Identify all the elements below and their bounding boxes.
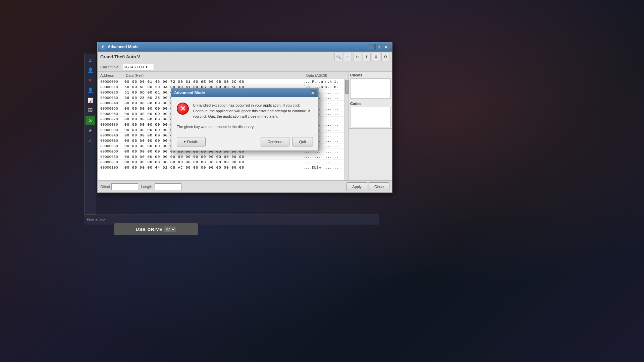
offset-input[interactable] <box>111 183 138 190</box>
hex-row-data: 00 00 00 00 00 00 00 00 00 00 00 00 00 0… <box>124 155 301 159</box>
error-action-buttons: Continue Quit <box>261 137 313 146</box>
hex-row-addr: 00000090 <box>98 128 124 132</box>
close-button[interactable]: ✕ <box>383 44 389 50</box>
toolbar-row: Grand Theft Auto V 🔍 ↩ ↻ ⬆ ⬇ ⚙ <box>98 52 392 62</box>
hex-header: Address Data (Hex) Data (ASCII) <box>98 72 348 79</box>
drive-select[interactable]: K:\ <box>164 227 176 232</box>
error-close-button[interactable]: ✕ <box>310 90 316 96</box>
dropdown-arrow-icon: ▼ <box>145 65 148 69</box>
sidebar-icon-home[interactable]: ⌂ <box>86 55 95 65</box>
hex-row-addr: 000000F0 <box>98 160 124 164</box>
hex-row-ascii: ....F.r.a.n.k.l. <box>301 80 344 84</box>
chevron-down-icon: ▶ <box>184 140 186 143</box>
hex-scrollbar[interactable] <box>344 79 348 180</box>
hex-row[interactable]: 000000E0 00 00 00 00 00 00 00 00 00 00 0… <box>98 154 344 160</box>
hex-row[interactable]: 00000000 00 00 00 01 46 00 72 00 61 00 6… <box>98 79 344 84</box>
refresh-icon-btn[interactable]: ↻ <box>353 53 361 61</box>
hex-row-addr: 00000010 <box>98 85 124 89</box>
apply-button[interactable]: Apply <box>346 182 367 191</box>
codes-label: Codes <box>350 102 391 106</box>
scrollbar-thumb[interactable] <box>345 80 348 94</box>
usb-label: USB DRIVE <box>136 227 163 232</box>
error-dialog: Advanced Mode ✕ ✕ Unhandled exception ha… <box>171 88 319 151</box>
sidebar-icon-close[interactable]: ✕ <box>86 75 95 85</box>
length-label: Length: <box>141 185 153 189</box>
file-dropdown[interactable]: SGTA50000 ▼ <box>122 64 154 70</box>
hex-row-addr: 000000A0 <box>98 133 124 137</box>
settings-icon-btn[interactable]: ⚙ <box>381 53 389 61</box>
hex-row-addr: 000000E0 <box>98 155 124 159</box>
hex-row-addr: 000000C0 <box>98 144 124 148</box>
maximize-button[interactable]: □ <box>375 44 382 50</box>
download-icon-btn[interactable]: ⬇ <box>372 53 380 61</box>
title-bar: P Advanced Mode − □ ✕ <box>98 42 392 52</box>
search-icon-btn[interactable]: 🔍 <box>334 53 342 61</box>
hex-row-addr: 00000040 <box>98 101 124 105</box>
continue-button[interactable]: Continue <box>261 137 289 146</box>
data-hex-header: Data (Hex) <box>124 73 305 77</box>
error-secondary-message: The given key was not present in the dic… <box>171 125 318 133</box>
codes-section: Codes <box>349 100 392 129</box>
offset-field: Offset <box>100 183 138 190</box>
error-body: ✕ Unhandled exception has occurred in yo… <box>171 97 318 125</box>
status-text: Status: Idle... <box>87 218 108 222</box>
hex-row-ascii: ....DbÈ¬........ <box>301 166 344 170</box>
sidebar: ⌂ 👤 ✕ 👤 📊 🖼 S ★ ✓ <box>84 54 96 215</box>
hex-row-addr: 00000080 <box>98 123 124 127</box>
title-bar-controls: − □ ✕ <box>368 44 389 50</box>
close-window-button[interactable]: Close <box>369 182 389 191</box>
hex-row-ascii: ................ <box>301 155 344 159</box>
quit-button[interactable]: Quit <box>292 137 313 146</box>
address-header: Address <box>98 73 124 77</box>
error-title-bar: Advanced Mode ✕ <box>171 88 318 97</box>
right-panel: Cheats Codes <box>348 72 392 180</box>
details-button[interactable]: ▶ Details <box>177 137 206 146</box>
hex-row-data: 00 00 00 00 00 00 00 00 00 00 00 00 00 0… <box>124 160 301 164</box>
hex-row-data: 00 00 00 00 44 62 C8 AC 00 00 00 00 00 0… <box>124 166 301 170</box>
game-title: Grand Theft Auto V <box>100 54 140 59</box>
undo-icon-btn[interactable]: ↩ <box>344 53 352 61</box>
hex-row-addr: 00000020 <box>98 90 124 95</box>
sidebar-icon-person2[interactable]: 👤 <box>86 85 95 95</box>
minimize-button[interactable]: − <box>368 44 375 50</box>
hex-row-addr: 00000050 <box>98 107 124 111</box>
error-main-text: Unhandled exception has occurred in your… <box>193 103 313 119</box>
sidebar-icon-check[interactable]: ✓ <box>86 136 95 145</box>
data-ascii-header: Data (ASCII) <box>305 73 348 77</box>
toolbar-icons: 🔍 ↩ ↻ ⬆ ⬇ ⚙ <box>334 53 389 61</box>
error-icon: ✕ <box>177 103 189 115</box>
file-row: Current file: SGTA50000 ▼ <box>98 62 392 72</box>
codes-content[interactable] <box>350 107 391 127</box>
length-input[interactable] <box>155 183 181 190</box>
hex-row-ascii: ................ <box>301 160 344 164</box>
error-buttons: ▶ Details Continue Quit <box>171 133 318 150</box>
sidebar-icon-chart[interactable]: 📊 <box>86 96 95 105</box>
hex-row-addr: 00000070 <box>98 117 124 121</box>
hex-row-addr: 000000B0 <box>98 139 124 143</box>
current-file-label: Current file: <box>100 65 119 69</box>
hex-row-addr: 00000100 <box>98 166 124 170</box>
app-icon: P <box>100 44 106 50</box>
cheats-content[interactable] <box>350 78 391 99</box>
usb-bar[interactable]: USB DRIVE K:\ <box>114 223 198 235</box>
hex-row[interactable]: 00000100 00 00 00 00 44 62 C8 AC 00 00 0… <box>98 165 344 170</box>
bottom-actions: Apply Close <box>346 182 389 191</box>
sidebar-icon-star[interactable]: ★ <box>86 126 95 135</box>
hex-row-data: 00 00 00 01 46 00 72 00 61 00 6E 00 6B 0… <box>124 80 301 84</box>
upload-icon-btn[interactable]: ⬆ <box>363 53 371 61</box>
sidebar-icon-image[interactable]: 🖼 <box>86 106 95 115</box>
cheats-label: Cheats <box>350 73 391 77</box>
error-dialog-title: Advanced Mode <box>174 90 205 95</box>
hex-row-addr: 00000030 <box>98 96 124 100</box>
hex-row[interactable]: 000000F0 00 00 00 00 00 00 00 00 00 00 0… <box>98 160 344 165</box>
hex-row-addr: 000000D0 <box>98 149 124 154</box>
sidebar-icon-person[interactable]: 👤 <box>86 65 95 75</box>
hex-row-addr: 00000000 <box>98 80 124 84</box>
length-field: Length: <box>141 183 181 190</box>
cheats-section: Cheats <box>349 72 392 100</box>
offset-label: Offset <box>100 185 110 189</box>
hex-row-addr: 00000060 <box>98 112 124 116</box>
bottom-bar: Offset Length: Apply Close <box>98 180 392 192</box>
window-title: Advanced Mode <box>108 45 139 49</box>
sidebar-icon-s[interactable]: S <box>86 116 95 125</box>
